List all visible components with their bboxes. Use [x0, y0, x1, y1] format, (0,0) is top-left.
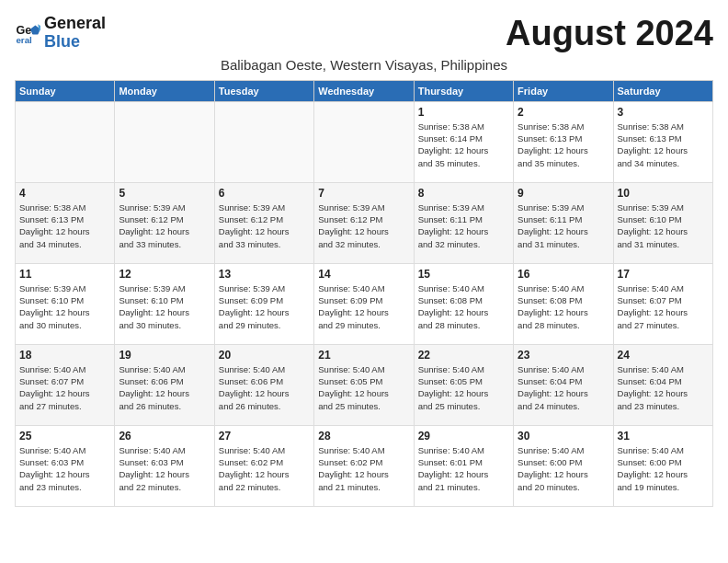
title-section: August 2024	[506, 15, 713, 53]
day-info: Sunrise: 5:40 AM Sunset: 6:06 PM Dayligh…	[119, 363, 210, 412]
weekday-header-monday: Monday	[115, 80, 214, 101]
day-info: Sunrise: 5:38 AM Sunset: 6:14 PM Dayligh…	[418, 121, 509, 169]
day-info: Sunrise: 5:40 AM Sunset: 6:07 PM Dayligh…	[19, 363, 110, 412]
day-number: 16	[518, 268, 609, 281]
calendar-cell: 6Sunrise: 5:39 AM Sunset: 6:12 PM Daylig…	[214, 182, 313, 263]
day-info: Sunrise: 5:40 AM Sunset: 6:00 PM Dayligh…	[618, 444, 709, 493]
day-info: Sunrise: 5:39 AM Sunset: 6:11 PM Dayligh…	[418, 201, 509, 250]
calendar-cell: 16Sunrise: 5:40 AM Sunset: 6:08 PM Dayli…	[514, 263, 613, 344]
calendar-week-1: 4Sunrise: 5:38 AM Sunset: 6:13 PM Daylig…	[16, 182, 713, 263]
calendar-cell: 24Sunrise: 5:40 AM Sunset: 6:04 PM Dayli…	[613, 344, 712, 425]
day-number: 25	[19, 430, 110, 442]
day-info: Sunrise: 5:40 AM Sunset: 6:05 PM Dayligh…	[318, 363, 409, 412]
calendar-cell: 27Sunrise: 5:40 AM Sunset: 6:02 PM Dayli…	[214, 425, 313, 506]
day-number: 19	[119, 349, 210, 362]
day-info: Sunrise: 5:40 AM Sunset: 6:03 PM Dayligh…	[19, 444, 110, 493]
day-number: 8	[418, 187, 509, 200]
day-info: Sunrise: 5:40 AM Sunset: 6:04 PM Dayligh…	[618, 363, 709, 412]
day-number: 28	[318, 430, 409, 442]
calendar-cell: 19Sunrise: 5:40 AM Sunset: 6:06 PM Dayli…	[115, 344, 214, 425]
calendar-cell: 4Sunrise: 5:38 AM Sunset: 6:13 PM Daylig…	[16, 182, 115, 263]
logo-text: General Blue	[44, 15, 106, 52]
header: Gen eral General Blue August 2024	[15, 15, 713, 53]
day-number: 23	[518, 349, 609, 362]
calendar-week-2: 11Sunrise: 5:39 AM Sunset: 6:10 PM Dayli…	[16, 263, 713, 344]
calendar-cell: 17Sunrise: 5:40 AM Sunset: 6:07 PM Dayli…	[613, 263, 712, 344]
svg-text:eral: eral	[16, 35, 32, 45]
day-info: Sunrise: 5:39 AM Sunset: 6:12 PM Dayligh…	[119, 201, 210, 250]
calendar-cell: 21Sunrise: 5:40 AM Sunset: 6:05 PM Dayli…	[314, 344, 414, 425]
day-info: Sunrise: 5:40 AM Sunset: 6:07 PM Dayligh…	[618, 282, 709, 331]
calendar-cell	[115, 101, 214, 182]
day-number: 18	[19, 349, 110, 362]
day-number: 5	[119, 187, 210, 200]
day-info: Sunrise: 5:40 AM Sunset: 6:02 PM Dayligh…	[219, 444, 310, 493]
calendar-cell: 20Sunrise: 5:40 AM Sunset: 6:06 PM Dayli…	[214, 344, 313, 425]
day-number: 29	[418, 430, 509, 442]
day-number: 15	[418, 268, 509, 281]
day-info: Sunrise: 5:38 AM Sunset: 6:13 PM Dayligh…	[618, 121, 709, 169]
calendar-cell: 28Sunrise: 5:40 AM Sunset: 6:02 PM Dayli…	[314, 425, 414, 506]
calendar-cell	[214, 101, 313, 182]
weekday-header-saturday: Saturday	[613, 80, 712, 101]
day-info: Sunrise: 5:40 AM Sunset: 6:01 PM Dayligh…	[418, 444, 509, 493]
day-info: Sunrise: 5:39 AM Sunset: 6:12 PM Dayligh…	[219, 201, 310, 250]
day-info: Sunrise: 5:40 AM Sunset: 6:02 PM Dayligh…	[318, 444, 409, 493]
day-info: Sunrise: 5:39 AM Sunset: 6:09 PM Dayligh…	[219, 282, 310, 331]
weekday-header-thursday: Thursday	[414, 80, 513, 101]
calendar-cell: 12Sunrise: 5:39 AM Sunset: 6:10 PM Dayli…	[115, 263, 214, 344]
calendar-cell: 3Sunrise: 5:38 AM Sunset: 6:13 PM Daylig…	[613, 101, 712, 182]
calendar-table: SundayMondayTuesdayWednesdayThursdayFrid…	[15, 80, 713, 507]
calendar-header-row: SundayMondayTuesdayWednesdayThursdayFrid…	[16, 80, 713, 101]
weekday-header-sunday: Sunday	[16, 80, 115, 101]
calendar-cell: 22Sunrise: 5:40 AM Sunset: 6:05 PM Dayli…	[414, 344, 513, 425]
day-number: 20	[219, 349, 310, 362]
day-info: Sunrise: 5:38 AM Sunset: 6:13 PM Dayligh…	[518, 121, 609, 169]
day-number: 12	[119, 268, 210, 281]
day-info: Sunrise: 5:40 AM Sunset: 6:09 PM Dayligh…	[318, 282, 409, 331]
day-number: 30	[518, 430, 609, 442]
day-number: 14	[318, 268, 409, 281]
day-number: 1	[418, 106, 509, 119]
calendar-cell: 23Sunrise: 5:40 AM Sunset: 6:04 PM Dayli…	[514, 344, 613, 425]
day-number: 4	[19, 187, 110, 200]
calendar-cell: 10Sunrise: 5:39 AM Sunset: 6:10 PM Dayli…	[613, 182, 712, 263]
calendar-cell: 14Sunrise: 5:40 AM Sunset: 6:09 PM Dayli…	[314, 263, 414, 344]
calendar-week-3: 18Sunrise: 5:40 AM Sunset: 6:07 PM Dayli…	[16, 344, 713, 425]
day-info: Sunrise: 5:40 AM Sunset: 6:04 PM Dayligh…	[518, 363, 609, 412]
calendar-cell: 1Sunrise: 5:38 AM Sunset: 6:14 PM Daylig…	[414, 101, 513, 182]
calendar-cell: 2Sunrise: 5:38 AM Sunset: 6:13 PM Daylig…	[514, 101, 613, 182]
calendar-cell: 13Sunrise: 5:39 AM Sunset: 6:09 PM Dayli…	[214, 263, 313, 344]
calendar-cell: 8Sunrise: 5:39 AM Sunset: 6:11 PM Daylig…	[414, 182, 513, 263]
weekday-header-wednesday: Wednesday	[314, 80, 414, 101]
day-number: 10	[618, 187, 709, 200]
calendar-cell: 5Sunrise: 5:39 AM Sunset: 6:12 PM Daylig…	[115, 182, 214, 263]
day-info: Sunrise: 5:40 AM Sunset: 6:05 PM Dayligh…	[418, 363, 509, 412]
calendar-cell: 30Sunrise: 5:40 AM Sunset: 6:00 PM Dayli…	[514, 425, 613, 506]
calendar-cell: 26Sunrise: 5:40 AM Sunset: 6:03 PM Dayli…	[115, 425, 214, 506]
day-number: 2	[518, 106, 609, 119]
calendar-cell	[314, 101, 414, 182]
day-number: 31	[618, 430, 709, 442]
day-info: Sunrise: 5:40 AM Sunset: 6:03 PM Dayligh…	[119, 444, 210, 493]
weekday-header-friday: Friday	[514, 80, 613, 101]
weekday-header-tuesday: Tuesday	[214, 80, 313, 101]
day-number: 13	[219, 268, 310, 281]
day-number: 22	[418, 349, 509, 362]
day-number: 24	[618, 349, 709, 362]
calendar-cell: 29Sunrise: 5:40 AM Sunset: 6:01 PM Dayli…	[414, 425, 513, 506]
day-number: 7	[318, 187, 409, 200]
calendar-week-0: 1Sunrise: 5:38 AM Sunset: 6:14 PM Daylig…	[16, 101, 713, 182]
day-info: Sunrise: 5:39 AM Sunset: 6:10 PM Dayligh…	[618, 201, 709, 250]
day-info: Sunrise: 5:39 AM Sunset: 6:12 PM Dayligh…	[318, 201, 409, 250]
logo: Gen eral General Blue	[15, 15, 106, 52]
calendar-cell: 11Sunrise: 5:39 AM Sunset: 6:10 PM Dayli…	[16, 263, 115, 344]
day-number: 27	[219, 430, 310, 442]
day-info: Sunrise: 5:39 AM Sunset: 6:10 PM Dayligh…	[119, 282, 210, 331]
calendar-cell: 15Sunrise: 5:40 AM Sunset: 6:08 PM Dayli…	[414, 263, 513, 344]
calendar-cell: 31Sunrise: 5:40 AM Sunset: 6:00 PM Dayli…	[613, 425, 712, 506]
day-info: Sunrise: 5:40 AM Sunset: 6:06 PM Dayligh…	[219, 363, 310, 412]
logo-icon: Gen eral	[15, 20, 40, 46]
day-info: Sunrise: 5:39 AM Sunset: 6:11 PM Dayligh…	[518, 201, 609, 250]
subtitle: Balibagan Oeste, Western Visayas, Philip…	[15, 57, 713, 73]
